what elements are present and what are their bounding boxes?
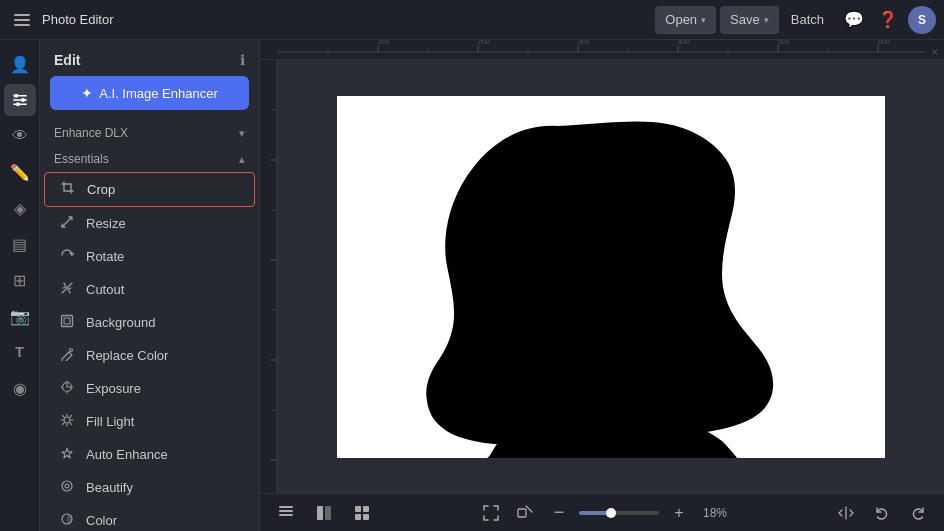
- background-icon: [58, 314, 76, 331]
- menu-item-beautify[interactable]: Beautify: [44, 471, 255, 504]
- enhance-dlx-row[interactable]: Enhance DLX ▾: [40, 120, 259, 146]
- cutout-icon: [58, 281, 76, 298]
- ruler-corner: [260, 40, 278, 57]
- svg-point-8: [70, 349, 73, 352]
- bottom-right-tools: [832, 499, 932, 527]
- menu-item-fill-light[interactable]: Fill Light: [44, 405, 255, 438]
- svg-rect-49: [325, 506, 331, 520]
- header-actions: Open ▾ Save ▾ Batch: [655, 6, 832, 34]
- ruler-top: // draw ticks 100 200 300: [260, 40, 944, 60]
- menu-item-auto-enhance[interactable]: Auto Enhance: [44, 438, 255, 471]
- exposure-icon: [58, 380, 76, 397]
- replace-color-icon: [58, 347, 76, 364]
- layers-tool-button[interactable]: [272, 499, 300, 527]
- svg-point-5: [16, 102, 20, 106]
- svg-rect-7: [64, 318, 70, 324]
- replace-color-label: Replace Color: [86, 348, 168, 363]
- svg-rect-51: [363, 506, 369, 512]
- ai-image-enhancer-button[interactable]: ✦ A.I. Image Enhancer: [50, 76, 249, 110]
- svg-point-3: [14, 94, 18, 98]
- canvas-inner: [260, 60, 944, 493]
- svg-rect-46: [279, 514, 293, 516]
- header-left: Photo Editor: [8, 6, 114, 34]
- crop-zoom-button[interactable]: [511, 499, 539, 527]
- menu-item-crop[interactable]: Crop: [44, 172, 255, 207]
- svg-point-10: [64, 417, 70, 423]
- ruler-close: ✕: [926, 47, 944, 57]
- ruler-top-svg: // draw ticks 100 200 300: [278, 40, 926, 53]
- beautify-label: Beautify: [86, 480, 133, 495]
- app-title: Photo Editor: [42, 12, 114, 27]
- zoom-slider-thumb[interactable]: [606, 508, 616, 518]
- auto-enhance-label: Auto Enhance: [86, 447, 168, 462]
- menu-item-rotate[interactable]: Rotate: [44, 240, 255, 273]
- star-icon: ✦: [81, 85, 93, 101]
- essentials-label: Essentials: [54, 152, 109, 166]
- grid-tool-button[interactable]: [348, 499, 376, 527]
- svg-point-12: [65, 484, 69, 488]
- rail-text-icon[interactable]: T: [4, 336, 36, 368]
- crop-icon: [59, 181, 77, 198]
- menu-list: Enhance DLX ▾ Essentials ▴ Crop: [40, 120, 259, 531]
- rail-person-icon[interactable]: 👤: [4, 48, 36, 80]
- avatar-button[interactable]: S: [908, 6, 936, 34]
- canvas-viewport[interactable]: [278, 60, 944, 493]
- svg-rect-54: [518, 509, 526, 517]
- rail-effects-icon[interactable]: ◉: [4, 372, 36, 404]
- compare-tool-button[interactable]: [310, 499, 338, 527]
- open-chevron: ▾: [701, 15, 706, 25]
- svg-rect-47: [279, 506, 293, 508]
- enhance-dlx-chevron: ▾: [239, 127, 245, 140]
- rail-layers-icon[interactable]: ▤: [4, 228, 36, 260]
- edit-panel-header: Edit ℹ: [40, 40, 259, 76]
- header: Photo Editor Open ▾ Save ▾ Batch 💬 ❓ S: [0, 0, 944, 40]
- zoom-slider[interactable]: [579, 511, 659, 515]
- rail-brush-icon[interactable]: ✏️: [4, 156, 36, 188]
- info-icon[interactable]: ℹ: [240, 52, 245, 68]
- chat-button[interactable]: 💬: [840, 6, 868, 34]
- color-label: Color: [86, 513, 117, 528]
- ruler-left: [260, 60, 278, 493]
- save-button[interactable]: Save ▾: [720, 6, 779, 34]
- exposure-label: Exposure: [86, 381, 141, 396]
- svg-rect-45: [279, 510, 293, 512]
- fit-screen-button[interactable]: [477, 499, 505, 527]
- menu-item-color[interactable]: Color: [44, 504, 255, 531]
- zoom-out-button[interactable]: −: [545, 499, 573, 527]
- zoom-in-button[interactable]: +: [665, 499, 693, 527]
- svg-point-4: [21, 98, 25, 102]
- svg-rect-6: [62, 316, 73, 327]
- rail-group-icon[interactable]: ⊞: [4, 264, 36, 296]
- menu-item-resize[interactable]: Resize: [44, 207, 255, 240]
- enhance-dlx-label: Enhance DLX: [54, 126, 128, 140]
- bottom-toolbar: − + 18%: [260, 493, 944, 531]
- svg-text:200: 200: [478, 40, 490, 45]
- essentials-section-header[interactable]: Essentials ▴: [40, 146, 259, 172]
- menu-item-exposure[interactable]: Exposure: [44, 372, 255, 405]
- svg-rect-48: [317, 506, 323, 520]
- rail-adjust-icon[interactable]: [4, 84, 36, 116]
- color-icon: [58, 512, 76, 529]
- menu-item-cutout[interactable]: Cutout: [44, 273, 255, 306]
- icon-rail: 👤 👁 ✏️ ◈ ▤ ⊞ 📷 T ◉: [0, 40, 40, 531]
- open-button[interactable]: Open ▾: [655, 6, 716, 34]
- zoom-percent: 18%: [699, 506, 731, 520]
- zoom-controls: − + 18%: [477, 499, 731, 527]
- menu-item-replace-color[interactable]: Replace Color: [44, 339, 255, 372]
- rotate-icon: [58, 248, 76, 265]
- svg-text:300: 300: [578, 40, 590, 45]
- menu-button[interactable]: [8, 6, 36, 34]
- rail-camera-icon[interactable]: 📷: [4, 300, 36, 332]
- svg-text:500: 500: [778, 40, 790, 45]
- save-chevron: ▾: [764, 15, 769, 25]
- rail-stamp-icon[interactable]: ◈: [4, 192, 36, 224]
- bottom-left-tools: [272, 499, 376, 527]
- rail-eye-icon[interactable]: 👁: [4, 120, 36, 152]
- flip-h-button[interactable]: [832, 499, 860, 527]
- canvas-image-container: [337, 96, 885, 458]
- menu-item-background[interactable]: Background: [44, 306, 255, 339]
- help-button[interactable]: ❓: [874, 6, 902, 34]
- redo-button[interactable]: [904, 499, 932, 527]
- undo-button[interactable]: [868, 499, 896, 527]
- batch-button[interactable]: Batch: [783, 6, 832, 34]
